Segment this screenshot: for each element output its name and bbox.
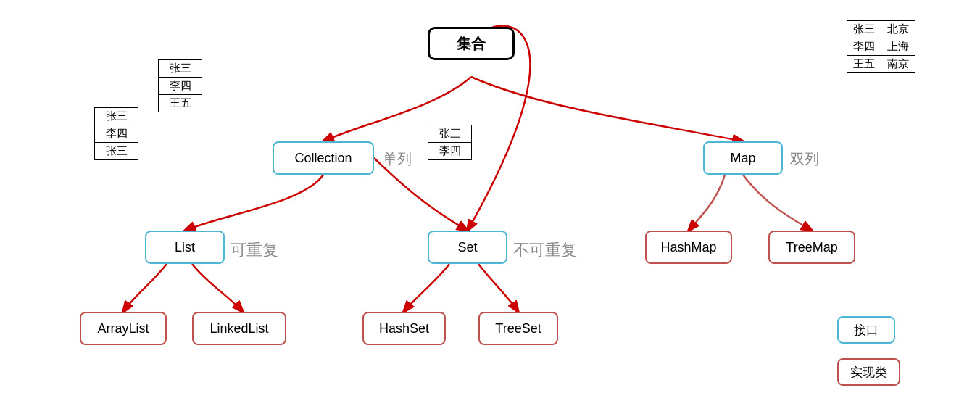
node-list: List bbox=[145, 231, 225, 264]
node-treeset: TreeSet bbox=[478, 312, 558, 345]
cell: 张三 bbox=[95, 143, 138, 160]
label-single: 单列 bbox=[383, 149, 412, 169]
node-hashset: HashSet bbox=[362, 312, 446, 345]
cell: 北京 bbox=[881, 21, 915, 38]
cell: 李四 bbox=[159, 78, 202, 95]
node-root: 集合 bbox=[428, 27, 515, 60]
cell: 上海 bbox=[881, 38, 915, 56]
cell: 王五 bbox=[847, 56, 881, 73]
cell: 王五 bbox=[159, 95, 202, 112]
legend-interface: 接口 bbox=[837, 316, 895, 344]
table-back: 张三 李四 王五 bbox=[158, 59, 202, 112]
table-front: 张三 李四 张三 bbox=[94, 107, 138, 160]
cell: 张三 bbox=[95, 108, 138, 125]
cell: 李四 bbox=[428, 143, 472, 160]
legend-interface-label: 接口 bbox=[854, 322, 879, 339]
node-arraylist: ArrayList bbox=[80, 312, 167, 345]
cell: 张三 bbox=[847, 21, 881, 38]
cell: 南京 bbox=[881, 56, 915, 73]
label-repeatable: 可重复 bbox=[231, 239, 278, 261]
legend-impl: 实现类 bbox=[837, 358, 900, 386]
node-set: Set bbox=[428, 231, 507, 264]
node-collection: Collection bbox=[273, 141, 374, 175]
node-linkedlist: LinkedList bbox=[192, 312, 286, 345]
table-middle: 张三 李四 bbox=[428, 125, 472, 160]
diagram: 集合 Collection Map List Set HashMap TreeM… bbox=[0, 0, 980, 406]
label-double: 双列 bbox=[790, 149, 819, 169]
cell: 张三 bbox=[428, 125, 472, 143]
node-map: Map bbox=[703, 141, 783, 175]
cell: 李四 bbox=[847, 38, 881, 56]
node-treemap: TreeMap bbox=[768, 231, 855, 264]
arrows-svg bbox=[0, 0, 980, 406]
cell: 张三 bbox=[159, 60, 202, 78]
table-top-right: 张三 北京 李四 上海 王五 南京 bbox=[847, 20, 915, 73]
cell: 李四 bbox=[95, 125, 138, 143]
legend-impl-label: 实现类 bbox=[850, 364, 887, 381]
node-hashmap: HashMap bbox=[645, 231, 732, 264]
label-notrepeatable: 不可重复 bbox=[513, 239, 577, 261]
